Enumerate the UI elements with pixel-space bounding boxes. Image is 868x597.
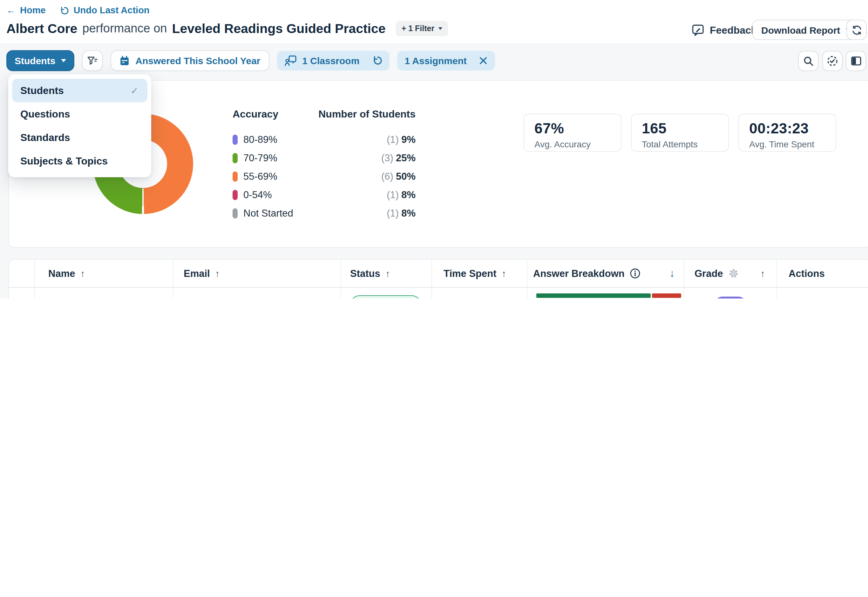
table-header-row: Name↑ Email↑ Status↑ Time Spent↑ Answer … — [9, 260, 868, 288]
columns-button[interactable] — [846, 51, 866, 71]
date-filter-label: Answered This School Year — [135, 55, 260, 66]
refresh-icon — [851, 24, 862, 35]
legend-item-value: (1)8% — [386, 189, 416, 200]
legend-item-label: 70-79% — [243, 152, 277, 163]
status-dropdown[interactable]: Submitted — [350, 296, 421, 298]
legend-item-label: 80-89% — [243, 134, 277, 145]
filter-toolbar: Students Answered This School Year — [6, 51, 495, 70]
check-icon: ✓ — [131, 85, 138, 96]
extra-filter-label: + 1 Filter — [401, 24, 435, 33]
columns-icon — [850, 56, 861, 66]
filter-funnel-icon — [87, 56, 98, 66]
sort-asc-icon: ↑ — [215, 268, 220, 279]
view-selector-button[interactable]: Students — [6, 50, 74, 71]
column-header-actions: Actions — [777, 260, 868, 287]
column-header-answer-breakdown[interactable]: Answer Breakdown ↓ — [528, 260, 684, 287]
page-title: Albert Core performance on Leveled Readi… — [6, 21, 448, 36]
column-header-grade[interactable]: Grade ↑ — [684, 260, 777, 287]
sort-asc-icon: ↑ — [80, 268, 85, 279]
assignment-name: Leveled Readings Guided Practice — [172, 21, 385, 36]
legend-item: 0-54%(1)8% — [233, 186, 416, 204]
legend-item-value: (6)50% — [381, 171, 416, 182]
legend-item: 70-79%(3)25% — [233, 149, 416, 167]
assignment-remove-button[interactable] — [479, 56, 487, 65]
breadcrumb: ← Home Undo Last Action — [6, 5, 150, 15]
classroom-filter-label: 1 Classroom — [302, 55, 359, 66]
stat-label: Avg. Time Spent — [749, 139, 825, 149]
search-button[interactable] — [798, 51, 819, 71]
answer-bar — [536, 293, 681, 298]
stat-value: 00:23:23 — [749, 120, 825, 137]
status-cell: Submitted — [341, 288, 432, 298]
students-table: Name↑ Email↑ Status↑ Time Spent↑ Answer … — [8, 259, 868, 298]
legend-item-value: (1)8% — [386, 207, 416, 219]
classroom-icon — [284, 55, 296, 66]
extra-filter-chip[interactable]: + 1 Filter — [396, 21, 448, 36]
legend-item-value: (1)9% — [386, 134, 416, 145]
grading-check-button[interactable] — [822, 51, 843, 71]
dropdown-item-standards[interactable]: Standards — [12, 126, 147, 149]
classroom-filter-chip[interactable]: 1 Classroom — [277, 51, 389, 70]
grade-cell: 80% — [684, 288, 777, 298]
undo-last-action-link[interactable]: Undo Last Action — [74, 5, 150, 15]
legend-color-pill — [233, 208, 238, 218]
legend-color-pill — [233, 134, 238, 144]
dropdown-item-students[interactable]: Students✓ — [12, 79, 147, 102]
refresh-button[interactable] — [846, 20, 867, 40]
undo-icon — [372, 56, 382, 66]
dropdown-item-questions[interactable]: Questions — [12, 102, 147, 126]
download-report-label: Download Report — [761, 24, 840, 35]
column-header-name[interactable]: Name↑ — [35, 260, 174, 287]
chevron-down-icon — [61, 59, 66, 62]
breadcrumb-home-link[interactable]: Home — [20, 5, 46, 15]
student-name: Maya Angelou — [35, 288, 174, 298]
calendar-icon — [119, 56, 129, 66]
back-arrow-icon: ← — [6, 5, 16, 15]
dropdown-item-label: Subjects & Topics — [20, 155, 108, 167]
column-header-status[interactable]: Status↑ — [341, 260, 432, 287]
stat-card: 67%Avg. Accuracy — [523, 114, 621, 152]
legend-item: 80-89%(1)9% — [233, 130, 416, 149]
legend-item-value: (3)25% — [381, 152, 416, 163]
dashed-circle-check-icon — [827, 55, 838, 67]
assignment-filter-chip[interactable]: 1 Assignment — [397, 51, 495, 70]
student-group-name: Albert Core — [6, 21, 77, 36]
accuracy-legend: Accuracy Number of Students 80-89%(1)9%7… — [233, 108, 416, 222]
performance-report-page: ← Home Undo Last Action Albert Core perf… — [0, 0, 868, 298]
title-connector: performance on — [82, 22, 167, 36]
legend-count-title: Number of Students — [318, 108, 416, 120]
row-select-cell — [9, 288, 35, 298]
view-selector-dropdown: Students✓QuestionsStandardsSubjects & To… — [8, 74, 151, 177]
legend-item-label: 55-69% — [243, 171, 277, 182]
gear-icon[interactable] — [728, 268, 739, 279]
grade-badge: 80% — [714, 297, 747, 298]
classroom-reset-button[interactable] — [372, 56, 382, 66]
stat-card: 165Total Attempts — [631, 114, 729, 152]
stat-value: 165 — [642, 120, 718, 137]
legend-item: 55-69%(6)50% — [233, 167, 416, 186]
column-header-time-spent[interactable]: Time Spent↑ — [432, 260, 528, 287]
stat-label: Total Attempts — [642, 139, 718, 149]
download-report-button[interactable]: Download Report — [752, 20, 859, 40]
search-icon — [803, 56, 814, 66]
stat-value: 67% — [534, 120, 611, 137]
row-actions-dropdown[interactable]: Actions — [777, 288, 868, 298]
stat-label: Avg. Accuracy — [534, 139, 611, 149]
dropdown-item-label: Standards — [20, 132, 70, 143]
feedback-button[interactable]: Feedback — [692, 24, 757, 36]
filter-settings-button[interactable] — [82, 50, 103, 71]
info-icon — [630, 268, 641, 279]
feedback-icon — [692, 24, 704, 36]
legend-item-label: 0-54% — [243, 189, 272, 200]
legend-color-pill — [233, 153, 238, 163]
legend-color-pill — [233, 190, 238, 200]
student-email: avery+ma0j4efuklrubaop@albert.io — [174, 288, 341, 298]
date-filter-button[interactable]: Answered This School Year — [111, 50, 269, 71]
legend-item: Not Started(1)8% — [233, 204, 416, 222]
sort-asc-icon: ↑ — [760, 268, 765, 279]
sort-asc-icon: ↑ — [502, 268, 507, 279]
column-header-email[interactable]: Email↑ — [174, 260, 341, 287]
dropdown-item-subjects-topics[interactable]: Subjects & Topics — [12, 149, 147, 173]
undo-icon — [60, 5, 69, 15]
table-row: Maya Angelouavery+ma0j4efuklrubaop@alber… — [9, 288, 868, 298]
